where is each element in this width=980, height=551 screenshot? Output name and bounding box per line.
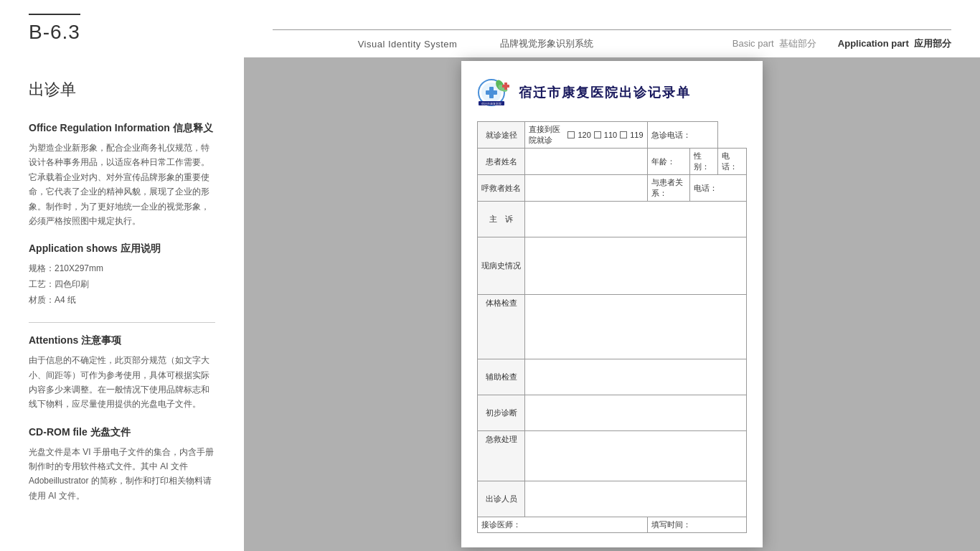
table-row: 辅助检查 bbox=[478, 359, 747, 395]
check-110-box bbox=[594, 131, 601, 138]
visit-channel-label: 就诊途径 bbox=[478, 122, 525, 149]
direct-visit-row: 直接到医院就诊 120 110 119 bbox=[529, 124, 644, 146]
table-row: 出诊人员 bbox=[478, 481, 747, 517]
nav-application[interactable]: Application part 应用部分 bbox=[838, 37, 951, 50]
check-119-box bbox=[620, 131, 627, 138]
section-application-title: Application shows 应用说明 bbox=[29, 242, 215, 255]
section-attention-title: Attentions 注意事项 bbox=[29, 334, 215, 347]
sidebar-title: 出诊单 bbox=[29, 79, 215, 100]
svg-rect-3 bbox=[486, 90, 497, 95]
svg-rect-7 bbox=[502, 85, 509, 88]
page-header: B-6.3 Visual Identity System 品牌视觉形象识别系统 … bbox=[0, 0, 980, 57]
section-cdrom-title: CD-ROM file 光盘文件 bbox=[29, 426, 215, 439]
vi-label-cn: 品牌视觉形象识别系统 bbox=[500, 37, 593, 50]
table-row: 急救处理 bbox=[478, 431, 747, 481]
section-info-title: Office Regulation Information 信息释义 bbox=[29, 122, 215, 135]
section-attention: Attentions 注意事项 由于信息的不确定性，此页部分规范（如文字大小、间… bbox=[29, 334, 215, 412]
header-center: Visual Identity System 品牌视觉形象识别系统 bbox=[273, 29, 679, 57]
emergency-phone-cell: 急诊电话： bbox=[647, 122, 718, 149]
section-cdrom: CD-ROM file 光盘文件 光盘文件是本 VI 手册电子文件的集合，内含手… bbox=[29, 426, 215, 504]
section-cdrom-body: 光盘文件是本 VI 手册电子文件的集合，内含手册制作时的专用软件格式文件。其中 … bbox=[29, 445, 215, 504]
table-row: 接诊医师： 填写时间： bbox=[478, 517, 747, 533]
table-row: 体格检查 bbox=[478, 295, 747, 359]
content-area: 宿迁市康复医院 宿迁市康复医院出诊记录单 就诊途径 直接到医院就诊 120 bbox=[244, 57, 980, 551]
table-row: 患者姓名 年龄： 性别： 电话： bbox=[478, 149, 747, 175]
sidebar: 出诊单 Office Regulation Information 信息释义 为… bbox=[0, 57, 244, 551]
hospital-title: 宿迁市康复医院出诊记录单 bbox=[519, 84, 691, 101]
table-row: 现病史情况 bbox=[478, 237, 747, 295]
form-table: 就诊途径 直接到医院就诊 120 110 119 急诊电 bbox=[477, 121, 747, 533]
table-row: 初步诊断 bbox=[478, 395, 747, 431]
hospital-logo-icon: 宿迁市康复医院 bbox=[477, 78, 512, 107]
section-application-specs: 规格：210X297mm 工艺：四色印刷 材质：A4 纸 bbox=[29, 261, 215, 308]
table-row: 主 诉 bbox=[478, 202, 747, 237]
header-left: B-6.3 bbox=[29, 14, 273, 44]
hospital-header: 宿迁市康复医院 宿迁市康复医院出诊记录单 bbox=[477, 78, 747, 111]
table-row: 呼救者姓名 与患者关系： 电话： bbox=[478, 175, 747, 202]
header-right: Basic part 基础部分 Application part 应用部分 bbox=[679, 29, 951, 57]
section-application: Application shows 应用说明 规格：210X297mm 工艺：四… bbox=[29, 242, 215, 308]
table-row: 就诊途径 直接到医院就诊 120 110 119 急诊电 bbox=[478, 122, 747, 149]
document-preview: 宿迁市康复医院 宿迁市康复医院出诊记录单 就诊途径 直接到医院就诊 120 bbox=[461, 61, 763, 547]
divider-1 bbox=[29, 322, 215, 323]
main-layout: 出诊单 Office Regulation Information 信息释义 为… bbox=[0, 57, 980, 551]
svg-text:宿迁市康复医院: 宿迁市康复医院 bbox=[481, 102, 501, 105]
section-info-body: 为塑造企业新形象，配合企业商务礼仪规范，特设计各种事务用品，以适应各种日常工作需… bbox=[29, 141, 215, 228]
check-120-box bbox=[567, 131, 575, 138]
nav-basic[interactable]: Basic part 基础部分 bbox=[732, 37, 816, 50]
section-attention-body: 由于信息的不确定性，此页部分规范（如文字大小、间距等）可作为参考使用，具体可根据… bbox=[29, 353, 215, 412]
page-code: B-6.3 bbox=[29, 14, 80, 44]
vi-label-en: Visual Identity System bbox=[358, 39, 458, 50]
section-info: Office Regulation Information 信息释义 为塑造企业… bbox=[29, 122, 215, 228]
